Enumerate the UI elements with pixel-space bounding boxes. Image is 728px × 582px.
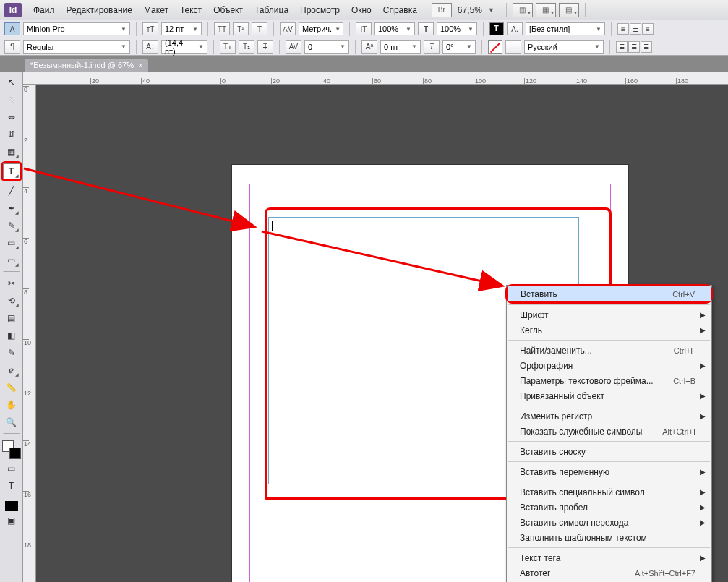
- ctx-anchored[interactable]: Привязанный объект ▶: [507, 388, 711, 403]
- subscript-button[interactable]: T₁: [239, 40, 254, 54]
- gradient-feather-tool[interactable]: ◧: [3, 328, 20, 343]
- close-tab-icon[interactable]: ×: [138, 61, 142, 69]
- ctx-footnote-label: Вставить сноску: [520, 447, 586, 457]
- menu-layout[interactable]: Макет: [140, 4, 173, 17]
- menu-object[interactable]: Объект: [209, 4, 247, 17]
- type-tool[interactable]: T◢: [3, 163, 20, 179]
- ctx-tagtext[interactable]: Текст тега ▶: [507, 550, 711, 565]
- zoom-dropdown-icon[interactable]: ▼: [488, 7, 500, 14]
- ctx-changecase-label: Изменить регистр: [520, 411, 592, 421]
- view-options-button[interactable]: ▤: [559, 3, 579, 17]
- note-tool[interactable]: ✎: [3, 345, 20, 361]
- arrange-docs-button[interactable]: ▦: [536, 3, 556, 17]
- menu-window[interactable]: Окно: [347, 4, 376, 17]
- zoom-level[interactable]: 67,5%: [455, 5, 485, 15]
- ctx-size-label: Кегль: [520, 325, 542, 335]
- line-tool[interactable]: ╱: [3, 183, 20, 199]
- rectangle-tool[interactable]: ▭◢: [3, 252, 20, 268]
- rectangle-frame-tool[interactable]: ▭◢: [3, 235, 20, 251]
- menu-text[interactable]: Текст: [176, 4, 206, 17]
- font-size-field[interactable]: 12 пт▼: [161, 22, 202, 35]
- content-collector-tool[interactable]: ▦◢: [3, 144, 20, 160]
- ctx-special-char[interactable]: Вставить специальный символ ▶: [507, 484, 711, 500]
- zoom-tool[interactable]: 🔍: [3, 414, 20, 430]
- align-right[interactable]: ≡: [642, 23, 654, 35]
- format-container-button[interactable]: ▭: [3, 461, 20, 476]
- apply-color-button[interactable]: [5, 501, 18, 511]
- document-tab[interactable]: *Безымянный-1.indd @ 67% ×: [25, 59, 148, 72]
- document-tab-title: *Безымянный-1.indd @ 67%: [30, 61, 134, 69]
- format-text-button[interactable]: T: [3, 478, 20, 494]
- ctx-paste[interactable]: Вставить Ctrl+V: [508, 286, 711, 301]
- skew-field[interactable]: 0°▼: [442, 40, 476, 54]
- gap-tool[interactable]: ⇵: [3, 127, 20, 142]
- skew-icon: T: [424, 40, 440, 54]
- hscale-field[interactable]: 100%▼: [437, 22, 477, 35]
- scissors-tool[interactable]: ✂: [3, 275, 20, 291]
- pen-tool[interactable]: ✒◢: [3, 200, 20, 216]
- submenu-icon: ▶: [700, 326, 706, 334]
- ctx-footnote[interactable]: Вставить сноску: [507, 444, 711, 459]
- page-tool[interactable]: ⇔: [3, 109, 20, 125]
- ctx-size[interactable]: Кегль ▶: [507, 322, 711, 338]
- direct-selection-tool[interactable]: ↖: [3, 92, 20, 108]
- underline-button[interactable]: T: [252, 22, 267, 35]
- justify-right[interactable]: ≣: [641, 41, 652, 53]
- menu-file[interactable]: Файл: [29, 4, 59, 17]
- ctx-placeholder[interactable]: Заполнить шаблонным текстом: [507, 530, 711, 545]
- leading-field[interactable]: (14,4 пт)▼: [161, 40, 207, 54]
- ctx-variable[interactable]: Вставить переменную ▶: [507, 464, 711, 479]
- tracking-icon: AV: [286, 40, 301, 54]
- ctx-changecase[interactable]: Изменить регистр ▶: [507, 408, 711, 424]
- selection-tool[interactable]: ↖: [3, 74, 20, 90]
- para-formatting-mode[interactable]: ¶: [4, 40, 20, 54]
- align-left[interactable]: ≡: [617, 23, 629, 35]
- char-style-field[interactable]: [Без стиля]▼: [526, 22, 605, 35]
- measure-tool[interactable]: 📏: [3, 380, 20, 395]
- align-center[interactable]: ≣: [630, 23, 641, 35]
- ruler-horizontal[interactable]: 4020020406080100120140160180200: [23, 72, 728, 85]
- char-formatting-mode[interactable]: A: [4, 22, 20, 35]
- ctx-spell[interactable]: Орфография ▶: [507, 358, 711, 373]
- eyedropper-tool[interactable]: ℯ◢: [3, 362, 20, 378]
- menu-view[interactable]: Просмотр: [296, 4, 344, 17]
- ctx-break[interactable]: Вставить символ перехода ▶: [507, 515, 711, 530]
- hand-tool[interactable]: ✋: [3, 397, 20, 413]
- free-transform-tool[interactable]: ⟲◢: [3, 293, 20, 309]
- screen-mode-btn[interactable]: ▣: [3, 513, 20, 528]
- strike-button[interactable]: T: [257, 40, 273, 54]
- vscale-value: 100%: [378, 25, 398, 33]
- ctx-hidden[interactable]: Показать служебные символы Alt+Ctrl+I: [507, 424, 711, 439]
- ctx-space[interactable]: Вставить пробел ▶: [507, 500, 711, 515]
- tracking-field[interactable]: 0▼: [304, 40, 349, 54]
- pencil-tool[interactable]: ✎◢: [3, 218, 20, 234]
- bridge-button[interactable]: Br: [432, 3, 452, 17]
- fill-stroke-proxy[interactable]: [2, 440, 21, 459]
- ctx-paste-shortcut: Ctrl+V: [672, 290, 695, 299]
- ctx-paste-label: Вставить: [521, 289, 557, 299]
- fill-color-swatch[interactable]: T: [489, 22, 504, 35]
- menu-edit[interactable]: Редактирование: [62, 4, 137, 17]
- language-field[interactable]: Русский▼: [524, 40, 604, 54]
- baseline-field[interactable]: 0 пт▼: [380, 40, 421, 54]
- justify-left[interactable]: ≣: [616, 41, 628, 53]
- ctx-font[interactable]: Шрифт ▶: [507, 307, 711, 322]
- screen-mode-button[interactable]: ▥: [513, 3, 533, 17]
- vscale-field[interactable]: 100%▼: [374, 22, 415, 35]
- stroke-color-swatch[interactable]: [488, 40, 502, 54]
- ctx-frame-options[interactable]: Параметры текстового фрейма... Ctrl+B: [507, 373, 711, 388]
- allcaps-button[interactable]: TT: [214, 22, 230, 35]
- kern-field[interactable]: Метрич.▼: [299, 22, 343, 35]
- menu-help[interactable]: Справка: [379, 4, 421, 17]
- gradient-swatch-tool[interactable]: ▤: [3, 310, 20, 326]
- font-family-field[interactable]: Minion Pro ▼: [23, 22, 130, 35]
- superscript-button[interactable]: T¹: [233, 22, 249, 35]
- ctx-find[interactable]: Найти/заменить... Ctrl+F: [507, 343, 711, 358]
- ctx-autotag[interactable]: Автотег Alt+Shift+Ctrl+F7: [507, 565, 711, 581]
- font-style-field[interactable]: Regular ▼: [23, 40, 130, 54]
- smallcaps-button[interactable]: Tᴛ: [220, 40, 236, 54]
- stroke-proxy[interactable]: [9, 448, 21, 459]
- menu-table[interactable]: Таблица: [250, 4, 293, 17]
- justify-center[interactable]: ≣: [628, 41, 640, 53]
- ruler-vertical[interactable]: 024681012141618: [23, 85, 36, 582]
